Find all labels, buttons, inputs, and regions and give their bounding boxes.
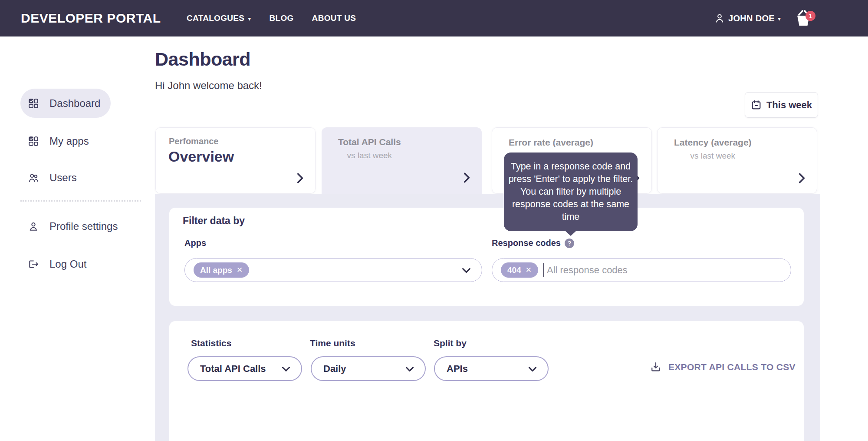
tooltip-arrow <box>565 231 576 236</box>
sidebar-item-dashboard[interactable]: Dashboard <box>0 92 143 115</box>
chevron-down-icon <box>460 264 472 276</box>
card-title: Total API Calls <box>338 137 401 147</box>
statistics-dropdown[interactable]: Total API Calls <box>187 356 302 381</box>
apps-label: Apps <box>184 238 206 248</box>
sidebar-divider <box>20 200 141 202</box>
sidebar: Dashboard My apps Users <box>0 36 143 441</box>
input-placeholder: All response codes <box>547 265 628 276</box>
chevron-down-icon <box>404 363 415 375</box>
profile-icon <box>28 221 39 232</box>
greeting-text: Hi John welcome back! <box>155 80 262 92</box>
users-icon <box>28 172 39 183</box>
user-icon <box>714 13 725 24</box>
calendar-icon <box>751 99 762 110</box>
split-by-dropdown[interactable]: APIs <box>434 356 549 381</box>
download-icon <box>650 361 662 373</box>
filter-heading: Filter data by <box>183 215 245 227</box>
sidebar-item-log-out[interactable]: Log Out <box>0 252 143 276</box>
chevron-down-icon <box>527 363 538 375</box>
user-name: JOHN DOE <box>728 13 775 23</box>
apps-grid-icon <box>28 136 39 147</box>
card-subtitle: vs last week <box>674 151 752 161</box>
top-navbar: DEVELOPER PORTAL CATALOGUES ▾ BLOG ABOUT… <box>0 0 868 36</box>
card-performance-overview[interactable]: Perfomance Overview <box>155 127 316 194</box>
chevron-down-icon: ▾ <box>778 16 781 22</box>
statistics-card: Statistics Time units Split by Total API… <box>169 321 804 441</box>
nav-menu: CATALOGUES ▾ BLOG ABOUT US <box>187 0 356 36</box>
basket-count-badge: 1 <box>806 11 815 21</box>
apps-select[interactable]: All apps ✕ <box>184 258 482 282</box>
nav-item-about-us[interactable]: ABOUT US <box>312 13 356 23</box>
filter-card: Filter data by Apps All apps ✕ Response … <box>169 208 804 306</box>
split-by-label: Split by <box>434 338 467 348</box>
response-codes-input[interactable]: 404 ✕ All response codes <box>492 258 791 282</box>
export-csv-button[interactable]: EXPORT API CALLS TO CSV <box>650 361 796 373</box>
card-latency[interactable]: Latency (average) vs last week <box>657 127 817 194</box>
card-title: Error rate (average) <box>509 137 593 148</box>
chip-remove-icon[interactable]: ✕ <box>526 266 532 274</box>
response-codes-tooltip: Type in a response code and press 'Enter… <box>504 153 638 231</box>
response-code-chip: 404 ✕ <box>501 262 538 278</box>
chevron-right-icon <box>294 171 306 185</box>
card-title: Latency (average) <box>674 137 752 148</box>
help-icon[interactable]: ? <box>565 239 574 248</box>
chevron-right-icon <box>461 171 472 185</box>
card-big-label: Overview <box>168 148 315 165</box>
text-cursor <box>543 263 544 277</box>
user-menu[interactable]: JOHN DOE ▾ <box>714 13 781 24</box>
statistics-label: Statistics <box>191 338 231 348</box>
nav-user-area: JOHN DOE ▾ 1 <box>714 0 813 36</box>
time-units-dropdown[interactable]: Daily <box>311 356 426 381</box>
period-selector-button[interactable]: This week <box>745 92 818 118</box>
card-total-api-calls[interactable]: Total API Calls vs last week <box>322 127 482 194</box>
response-codes-label: Response codes ? <box>492 238 574 248</box>
brand-logo: DEVELOPER PORTAL <box>21 11 161 26</box>
nav-item-blog[interactable]: BLOG <box>270 13 294 23</box>
sidebar-item-my-apps[interactable]: My apps <box>0 129 143 153</box>
nav-item-catalogues[interactable]: CATALOGUES ▾ <box>187 13 251 23</box>
chip-remove-icon[interactable]: ✕ <box>237 266 243 274</box>
card-title: Perfomance <box>169 136 315 146</box>
apps-chip: All apps ✕ <box>194 262 249 278</box>
logout-icon <box>28 259 39 270</box>
dashboard-grid-icon <box>28 98 39 109</box>
sidebar-item-users[interactable]: Users <box>0 166 143 189</box>
chevron-down-icon <box>280 363 292 375</box>
sidebar-item-profile-settings[interactable]: Profile settings <box>0 215 143 238</box>
chevron-right-icon <box>796 171 807 185</box>
time-units-label: Time units <box>310 338 355 348</box>
page-title: Dashboard <box>155 49 250 70</box>
card-subtitle: vs last week <box>338 151 401 160</box>
chevron-down-icon: ▾ <box>248 16 251 22</box>
basket-button[interactable]: 1 <box>794 8 813 29</box>
